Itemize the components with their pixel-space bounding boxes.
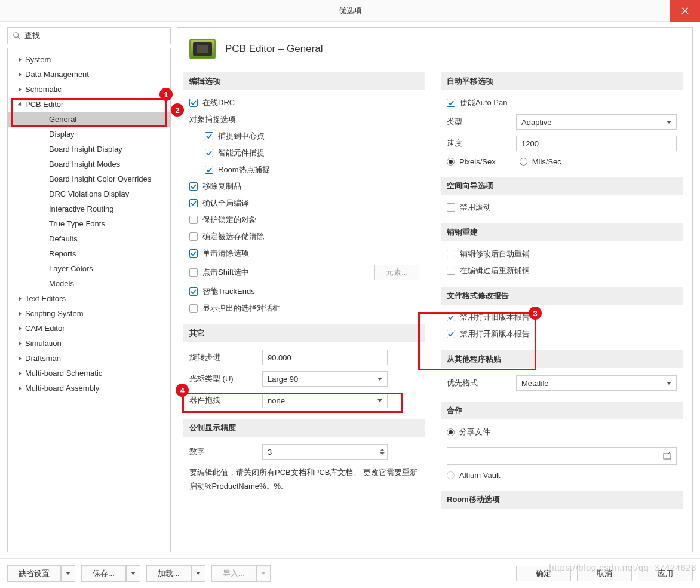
cb-smart-component[interactable]: 智能元件捕捉	[205, 148, 419, 158]
cb-old-ver[interactable]: 禁用打开旧版本报告	[447, 312, 677, 323]
cb-confirm-global[interactable]: 确认全局编译	[189, 198, 419, 209]
chevron-down-icon	[667, 382, 671, 385]
cb-click-clear-sel[interactable]: 单击清除选项	[189, 248, 419, 259]
section-space-nav: 空间向导选项	[441, 177, 683, 195]
tree-item[interactable]: Layer Colors	[8, 261, 170, 276]
tree-item[interactable]: PCB Editor	[8, 97, 170, 112]
search-icon	[13, 32, 21, 40]
tree-item[interactable]: Scripting System	[8, 306, 170, 321]
tree-item-label: Schematic	[25, 85, 62, 94]
apply-button[interactable]: 应用	[638, 566, 693, 581]
tree-item[interactable]: Interactive Routing	[8, 201, 170, 216]
tree-item[interactable]: Schematic	[8, 82, 170, 97]
cb-online-drc[interactable]: 在线DRC	[189, 97, 419, 108]
dialog-body: 查找 SystemData ManagementSchematicPCB Edi…	[0, 22, 700, 558]
pref-format-select[interactable]: Metafile	[516, 375, 677, 391]
dialog-footer: 缺省设置 保存... 加载... 导入... 确定 取消 应用	[0, 558, 700, 588]
tree-item[interactable]: Board Insight Modes	[8, 157, 170, 172]
category-tree[interactable]: SystemData ManagementSchematicPCB Editor…	[7, 48, 171, 552]
tree-item[interactable]: Draftsman	[8, 351, 170, 366]
tree-item[interactable]: True Type Fonts	[8, 216, 170, 231]
chevron-right-icon	[19, 371, 22, 376]
cb-remove-dup[interactable]: 移除复制品	[189, 181, 419, 192]
tree-item-label: Reports	[49, 249, 76, 258]
tree-item[interactable]: Models	[8, 276, 170, 291]
autopan-type-select[interactable]: Adaptive	[516, 114, 677, 130]
page-header: PCB Editor – General	[177, 28, 689, 69]
row-rotate-step: 旋转步进	[189, 350, 419, 365]
cb-new-ver[interactable]: 禁用打开新版本报告	[447, 329, 677, 339]
search-placeholder: 查找	[24, 30, 40, 41]
tree-item[interactable]: Multi-board Schematic	[8, 366, 170, 381]
cb-confirm-store-clear[interactable]: 确定被选存储清除	[189, 231, 419, 242]
section-metric-precision: 公制显示精度	[183, 419, 425, 437]
tree-item-label: Data Management	[25, 70, 89, 79]
ok-button[interactable]: 确定	[516, 566, 571, 581]
browse-icon	[663, 452, 671, 460]
radio-pixels[interactable]: Pixels/Sex	[447, 157, 496, 166]
tree-item-label: Layer Colors	[49, 264, 93, 273]
tree-item-label: DRC Violations Display	[49, 189, 129, 198]
save-button[interactable]: 保存...	[81, 565, 140, 582]
chevron-down-icon	[261, 572, 266, 575]
tree-item[interactable]: Data Management	[8, 67, 170, 82]
left-panel: 查找 SystemData ManagementSchematicPCB Edi…	[7, 27, 171, 552]
cb-shift-select[interactable]: 点击Shift选中	[189, 267, 371, 278]
row-comp-drag: 器件拖拽 none	[189, 393, 419, 408]
cb-copper-auto[interactable]: 铺铜修改后自动重铺	[447, 249, 677, 259]
svg-point-0	[14, 33, 19, 38]
tree-item-label: Board Insight Modes	[49, 160, 120, 169]
autopan-speed-input[interactable]	[516, 136, 677, 151]
cb-copper-after-edit[interactable]: 在编辑过后重新铺铜	[447, 265, 677, 276]
tree-item[interactable]: Defaults	[8, 231, 170, 246]
tree-item[interactable]: System	[8, 52, 170, 67]
section-autopan: 自动平移选项	[441, 72, 683, 90]
cb-enable-autopan[interactable]: 使能Auto Pan	[447, 97, 677, 108]
tree-item[interactable]: Reports	[8, 246, 170, 261]
tree-item-label: General	[49, 115, 76, 124]
cb-smart-trackends[interactable]: 智能TrackEnds	[189, 286, 419, 297]
cb-room-hotspot[interactable]: Room热点捕捉	[205, 164, 419, 175]
cb-protect-locked[interactable]: 保护锁定的对象	[189, 215, 419, 225]
tree-item[interactable]: Board Insight Color Overrides	[8, 172, 170, 186]
tree-item[interactable]: General	[8, 112, 170, 127]
rotate-step-input[interactable]	[262, 350, 388, 365]
chevron-right-icon	[19, 311, 22, 316]
cursor-type-select[interactable]: Large 90	[262, 371, 388, 387]
radio-share-file[interactable]: 分享文件	[447, 427, 677, 437]
chevron-right-icon	[19, 72, 22, 77]
cancel-button[interactable]: 取消	[577, 566, 632, 581]
tree-item-label: CAM Editor	[25, 324, 65, 333]
import-button[interactable]: 导入...	[211, 565, 271, 582]
cb-show-popup-dlg[interactable]: 显示弹出的选择对话框	[189, 303, 419, 314]
cb-snap-center[interactable]: 捕捉到中心点	[205, 131, 419, 142]
defaults-button[interactable]: 缺省设置	[7, 565, 75, 582]
tree-item-label: Interactive Routing	[49, 204, 113, 213]
share-path-input[interactable]	[447, 447, 677, 465]
cb-disable-roll[interactable]: 禁用滚动	[447, 202, 677, 213]
obj-snap-label: 对象捕捉选项	[189, 114, 419, 125]
chevron-right-icon	[19, 87, 22, 92]
tree-item[interactable]: Multi-board Assembly	[8, 381, 170, 396]
tree-item[interactable]: DRC Violations Display	[8, 186, 170, 201]
tree-item[interactable]: Board Insight Display	[8, 142, 170, 157]
elements-button[interactable]: 元素...	[374, 265, 419, 280]
comp-drag-select[interactable]: none	[262, 393, 388, 408]
radio-mils[interactable]: Mils/Sec	[520, 157, 561, 166]
window-close-button[interactable]	[670, 0, 700, 22]
section-edit-options: 编辑选项	[183, 72, 425, 90]
svg-rect-2	[664, 454, 671, 459]
radio-altium-vault[interactable]: Altium Vault	[447, 471, 677, 480]
tree-item[interactable]: Simulation	[8, 336, 170, 351]
search-input[interactable]: 查找	[7, 27, 171, 44]
chevron-down-icon	[377, 378, 382, 381]
tree-item-label: PCB Editor	[25, 100, 63, 109]
tree-item[interactable]: CAM Editor	[8, 321, 170, 336]
tree-item[interactable]: Text Editors	[8, 291, 170, 306]
preferences-window: 优选项 查找 SystemData ManagementSchematicPCB…	[0, 0, 700, 588]
load-button[interactable]: 加载...	[146, 565, 205, 582]
window-title: 优选项	[339, 5, 362, 16]
tree-item[interactable]: Display	[8, 127, 170, 142]
digits-spinner[interactable]: 3	[262, 444, 388, 460]
close-icon	[681, 7, 689, 14]
